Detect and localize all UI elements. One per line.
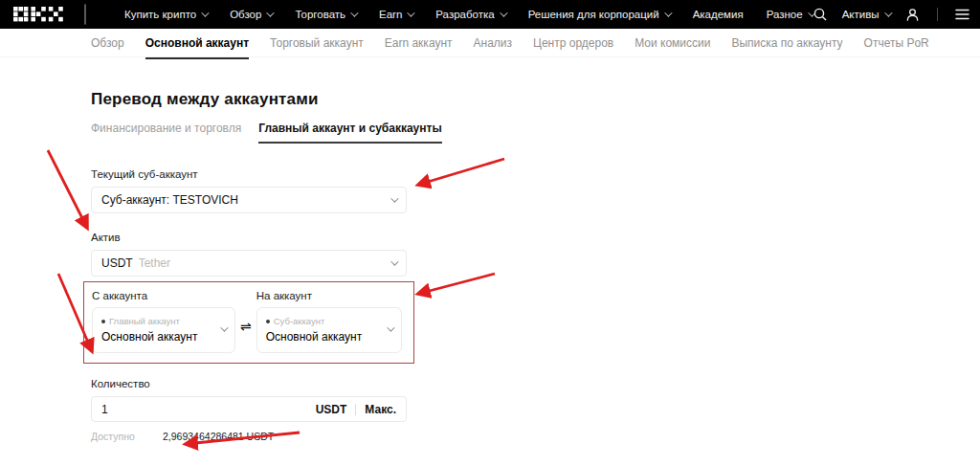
tab-main-subaccounts[interactable]: Главный аккаунт и субаккаунты	[258, 122, 441, 144]
menu-overview[interactable]: Обзор	[230, 9, 272, 20]
amount-label: Количество	[91, 378, 407, 389]
main-menu: Купить крипто Обзор Торговать Earn Разра…	[124, 9, 813, 20]
sub-account-label: Текущий суб-аккаунт	[91, 168, 407, 180]
account-subnav: Обзор Основной аккаунт Торговый аккаунт …	[0, 29, 980, 57]
asset-value: USDT	[101, 256, 133, 270]
profile-icon[interactable]	[905, 8, 920, 22]
navbar-divider	[937, 8, 938, 21]
menu-label: Купить крипто	[124, 9, 196, 20]
top-navbar: Биржа OKX Кошелек Купить крипто Обзор То…	[0, 0, 980, 29]
from-to-row: С аккаунта Главный аккаунт Основной акка…	[92, 290, 406, 353]
sub-account-value: Суб-аккаунт: TESTOVICH	[101, 193, 390, 207]
subnav-my-fees[interactable]: Мои комиссии	[635, 36, 710, 57]
available-label: Доступно	[91, 431, 163, 442]
menu-institutional[interactable]: Решения для корпораций	[528, 9, 670, 20]
page-title: Перевод между аккаунтами	[91, 90, 980, 109]
amount-divider	[355, 404, 356, 415]
subnav-trading-account[interactable]: Торговый аккаунт	[270, 36, 364, 57]
asset-select[interactable]: USDT Tether	[91, 250, 407, 277]
hamburger-menu-icon[interactable]	[955, 9, 969, 20]
transfer-form: Текущий суб-аккаунт Суб-аккаунт: TESTOVI…	[91, 168, 407, 466]
amount-field: USDT Макс.	[91, 396, 407, 422]
chevron-down-icon	[390, 194, 398, 202]
to-account-type: Суб-аккаунт	[266, 316, 380, 326]
subnav-overview[interactable]: Обзор	[91, 36, 124, 57]
swap-direction-icon[interactable]: ⇌	[235, 319, 256, 353]
annotation-box: С аккаунта Главный аккаунт Основной акка…	[83, 281, 414, 364]
amount-input[interactable]	[101, 403, 316, 416]
transfer-page: Перевод между аккаунтами Финансирование …	[0, 57, 980, 466]
chevron-down-icon	[350, 9, 358, 16]
product-toggle: Биржа OKX Кошелек	[84, 4, 86, 25]
menu-earn[interactable]: Earn	[379, 9, 412, 20]
chevron-down-icon	[884, 9, 892, 16]
menu-label: Торговать	[295, 9, 345, 20]
asset-label: Актив	[91, 232, 407, 243]
menu-label: Earn	[379, 9, 402, 20]
subnav-earn-account[interactable]: Earn аккаунт	[385, 36, 453, 57]
tab-funding-trading[interactable]: Финансирование и торговля	[91, 122, 241, 144]
menu-label: Разное	[767, 9, 803, 20]
available-row: Доступно 2,9693464286481 USDT	[91, 431, 407, 442]
chevron-down-icon	[664, 9, 672, 16]
subnav-order-center[interactable]: Центр ордеров	[533, 36, 613, 57]
menu-buy-crypto[interactable]: Купить крипто	[124, 9, 207, 20]
subnav-por-reports[interactable]: Отчеты PoR	[864, 36, 929, 57]
transfer-tabs: Финансирование и торговля Главный аккаун…	[91, 122, 980, 144]
assets-menu[interactable]: Активы	[842, 9, 890, 20]
subnav-account-statement[interactable]: Выписка по аккаунту	[731, 36, 842, 57]
chevron-down-icon	[390, 257, 398, 265]
chevron-down-icon	[201, 9, 209, 16]
from-account-column: С аккаунта Главный аккаунт Основной акка…	[92, 290, 235, 353]
navbar-right: Активы	[813, 8, 969, 22]
assets-label: Активы	[842, 9, 880, 20]
chevron-down-icon	[500, 9, 507, 16]
chevron-down-icon	[267, 9, 275, 16]
chevron-down-icon	[387, 323, 394, 331]
menu-trade[interactable]: Торговать	[295, 9, 356, 20]
from-account-value: Основной аккаунт	[101, 330, 213, 344]
subnav-analysis[interactable]: Анализ	[474, 36, 513, 57]
menu-label: Разработка	[435, 9, 494, 20]
menu-academy[interactable]: Академия	[693, 9, 744, 20]
to-account-select[interactable]: Суб-аккаунт Основной аккаунт	[256, 307, 402, 353]
chevron-down-icon	[407, 9, 414, 16]
menu-label: Обзор	[230, 9, 261, 20]
available-value: 2,9693464286481 USDT	[163, 431, 274, 442]
menu-develop[interactable]: Разработка	[435, 9, 504, 20]
account-dot-icon	[266, 320, 270, 323]
subnav-main-account[interactable]: Основной аккаунт	[145, 36, 249, 59]
okx-logo-icon	[13, 7, 63, 22]
to-account-value: Основной аккаунт	[266, 330, 380, 344]
from-account-select[interactable]: Главный аккаунт Основной аккаунт	[92, 307, 235, 353]
from-account-label: С аккаунта	[92, 290, 235, 301]
to-account-label: На аккаунт	[256, 290, 402, 301]
max-button[interactable]: Макс.	[365, 403, 396, 416]
from-account-type: Главный аккаунт	[101, 316, 213, 326]
menu-label: Академия	[693, 9, 744, 20]
okx-logo[interactable]	[13, 7, 63, 22]
asset-secondary: Tether	[139, 256, 170, 270]
search-icon[interactable]	[813, 8, 827, 21]
to-account-column: На аккаунт Суб-аккаунт Основной аккаунт	[256, 290, 402, 353]
menu-label: Решения для корпораций	[528, 9, 659, 20]
amount-currency: USDT	[316, 403, 347, 416]
chevron-down-icon	[220, 323, 228, 331]
sub-account-select[interactable]: Суб-аккаунт: TESTOVICH	[91, 187, 407, 213]
toggle-exchange[interactable]: Биржа OKX	[85, 5, 86, 24]
menu-more[interactable]: Разное	[767, 9, 813, 20]
account-dot-icon	[101, 320, 105, 323]
